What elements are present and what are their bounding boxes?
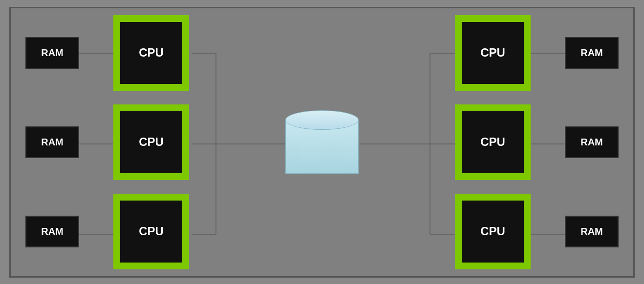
shared-memory-cylinder (285, 110, 359, 174)
right-ram-column: RAM RAM RAM (565, 8, 619, 276)
right-cpu-column: CPU CPU CPU (455, 8, 531, 276)
cpu-left-2: CPU (113, 104, 189, 180)
cpu-left-1: CPU (113, 15, 189, 91)
ram-left-1: RAM (25, 37, 79, 69)
cylinder-top (285, 110, 359, 130)
ram-right-3: RAM (565, 216, 619, 247)
cpu-right-1: CPU (455, 15, 531, 91)
ram-right-2: RAM (565, 126, 619, 158)
ram-left-3: RAM (25, 216, 79, 247)
ram-right-1: RAM (565, 37, 619, 69)
cpu-right-2: CPU (455, 104, 531, 180)
cpu-right-3: CPU (455, 194, 531, 269)
left-ram-column: RAM RAM RAM (25, 8, 79, 276)
cpu-left-3: CPU (113, 194, 189, 269)
ram-left-2: RAM (25, 126, 79, 158)
left-cpu-column: CPU CPU CPU (113, 8, 189, 276)
architecture-diagram: RAM RAM RAM CPU CPU CPU (9, 7, 635, 278)
